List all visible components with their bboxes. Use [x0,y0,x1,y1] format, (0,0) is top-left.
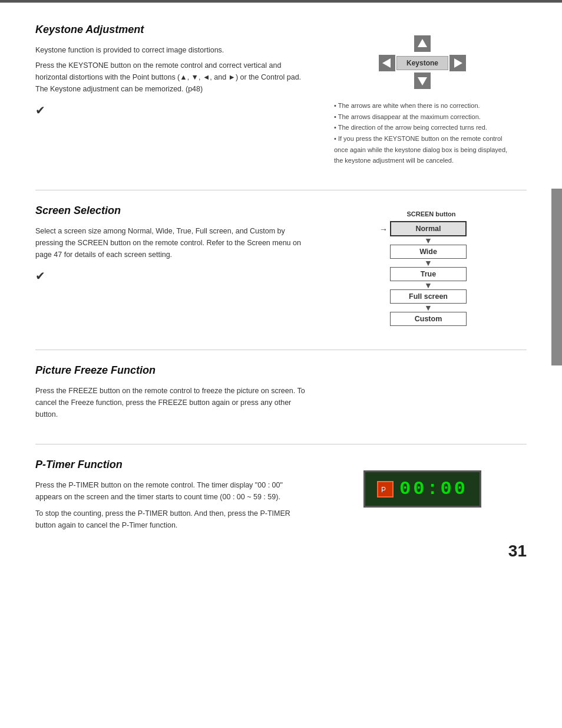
screen-option-normal-label: Normal [415,225,441,233]
keystone-note-3: The direction of the arrow being correct… [334,122,511,133]
screen-left: Screen Selection Select a screen size am… [35,205,306,326]
freeze-right [318,364,527,420]
freeze-title: Picture Freeze Function [35,364,306,377]
timer-symbol-icon: P [380,484,391,495]
keystone-middle-row: Keystone [379,55,466,71]
screen-option-true-label: True [421,270,436,278]
arrow-down-1-icon: ▼ [425,236,432,245]
arrow-down-2-icon: ▼ [425,259,432,267]
keystone-text-1: Keystone function is provided to correct… [35,44,306,56]
screen-button-label: SCREEN button [406,210,455,218]
keystone-label: Keystone [396,56,448,70]
divider-1 [35,190,527,190]
screen-right: SCREEN button → Normal ▼ Wide ▼ True ▼ [318,205,527,326]
page-number: 31 [508,542,527,561]
screen-checkmark: ✔ [35,269,306,283]
screen-selection-section: Screen Selection Select a screen size am… [35,205,527,326]
ptimer-title: P-Timer Function [35,459,306,471]
ptimer-display: P 00:00 [363,470,481,508]
keystone-title: Keystone Adjustment [35,24,306,36]
picture-freeze-section: Picture Freeze Function Press the FREEZE… [35,364,527,420]
svg-text:P: P [381,486,386,494]
keystone-checkmark: ✔ [35,103,306,117]
screen-option-custom: Custom [390,312,467,326]
keystone-note-4: If you press the KEYSTONE button on the … [334,133,511,166]
keystone-text-2: Press the KEYSTONE button on the remote … [35,60,306,95]
keystone-right-arrow-icon [449,55,466,71]
ptimer-text-2: To stop the counting, press the P-TIMER … [35,508,306,531]
screen-text: Select a screen size among Normal, Wide,… [35,225,306,261]
arrow-down-3-icon: ▼ [425,281,432,289]
screen-title: Screen Selection [35,205,306,217]
screen-option-normal: Normal [390,221,467,236]
keystone-notes: The arrows are white when there is no co… [334,100,511,166]
divider-3 [35,444,527,444]
arrow-down-4-icon: ▼ [425,304,432,312]
screen-option-fullscreen-label: Full screen [409,292,448,301]
ptimer-left: P-Timer Function Press the P-TIMER butto… [35,459,306,531]
divider-2 [35,350,527,350]
screen-options: → Normal ▼ Wide ▼ True ▼ Full screen ▼ [390,221,467,326]
keystone-section: Keystone Adjustment Keystone function is… [35,24,527,166]
screen-option-wide: Wide [390,245,467,259]
screen-option-custom-label: Custom [415,315,442,323]
keystone-right: Keystone The arrows are whit [318,24,527,166]
screen-option-fullscreen: Full screen [390,289,467,304]
ptimer-right: P 00:00 [318,459,527,531]
ptimer-text-1: Press the P-TIMER button on the remote c… [35,479,306,503]
freeze-text: Press the FREEZE button on the remote co… [35,385,306,420]
keystone-note-1: The arrows are white when there is no co… [334,100,511,111]
freeze-left: Picture Freeze Function Press the FREEZE… [35,364,306,420]
ptimer-section: P-Timer Function Press the P-TIMER butto… [35,459,527,531]
keystone-down-arrow-icon [414,73,431,89]
ptimer-time-display: 00:00 [399,478,468,500]
screen-option-true: True [390,267,467,281]
ptimer-icon: P [377,481,394,498]
keystone-diagram: Keystone [379,35,466,91]
screen-option-wide-label: Wide [419,248,437,256]
keystone-note-2: The arrows disappear at the maximum corr… [334,111,511,123]
keystone-left-arrow-icon [379,55,395,71]
keystone-up-arrow-icon [414,35,431,52]
screen-select-arrow-icon: → [379,225,388,234]
keystone-left: Keystone Adjustment Keystone function is… [35,24,306,166]
